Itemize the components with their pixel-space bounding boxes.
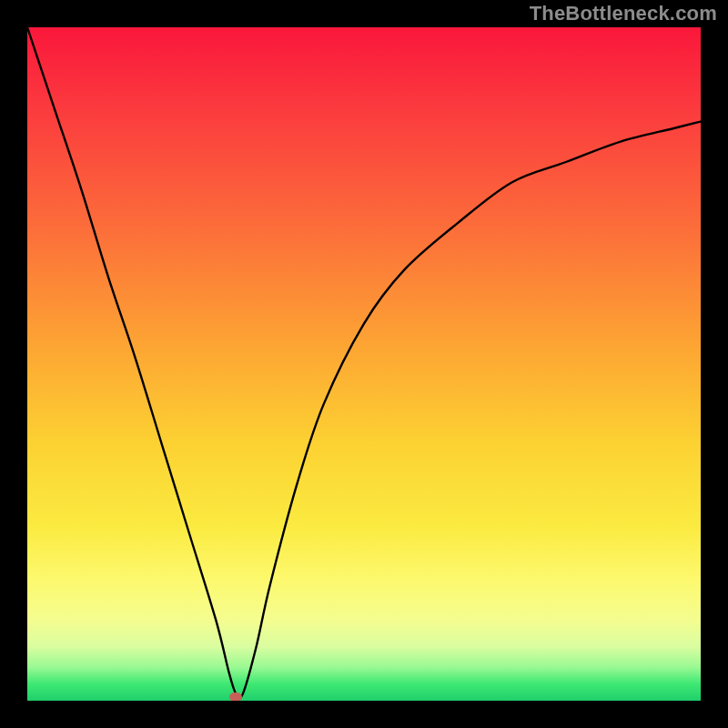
chart-frame: TheBottleneck.com [0,0,728,728]
watermark-text: TheBottleneck.com [530,2,717,25]
bottleneck-curve [27,27,701,701]
plot-area [27,27,701,701]
minimum-marker [229,693,242,701]
curve-path [27,27,701,698]
